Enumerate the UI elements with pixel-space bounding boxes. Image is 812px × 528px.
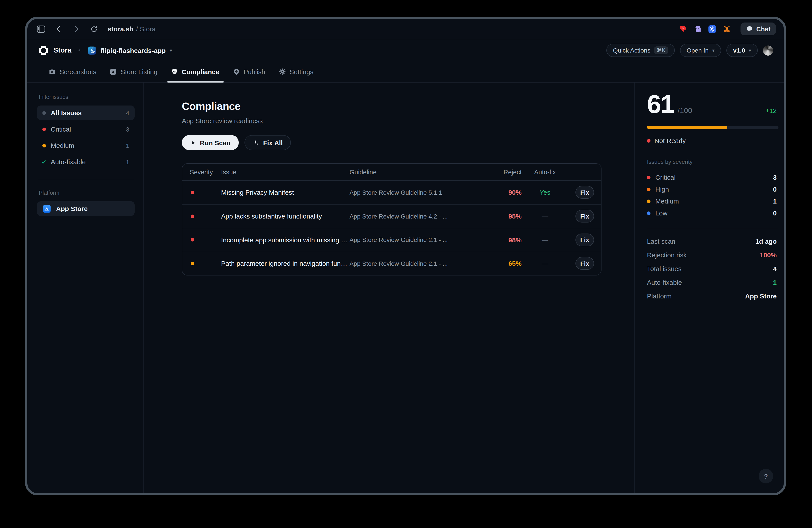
thumbs-down-extension-icon[interactable] (679, 25, 687, 33)
project-selector[interactable]: flipiq-flashcards-app ▾ (87, 46, 172, 55)
fix-button[interactable]: Fix (576, 257, 594, 270)
table-row[interactable]: Path parameter ignored in navigation fun… (182, 252, 601, 275)
autofix-status: Yes (522, 189, 568, 196)
count-badge: 1 (126, 142, 129, 149)
fix-all-button[interactable]: Fix All (245, 135, 291, 150)
quick-actions-button[interactable]: Quick Actions ⌘K (606, 44, 675, 57)
main-panel: Compliance App Store review readiness Ru… (144, 83, 634, 493)
separator-dot (78, 49, 80, 51)
status-dot-icon (647, 139, 651, 142)
legend-row-low: Low 0 (647, 207, 778, 219)
play-icon (190, 140, 196, 145)
count-badge: 1 (126, 158, 129, 165)
issues-by-severity-label: Issues by severity (647, 158, 778, 165)
chrome-extensions: Chat (679, 23, 776, 35)
appstore-square-icon (110, 68, 117, 75)
screenshot-stage: stora.sh / Stora (0, 0, 812, 528)
sidebar-item-all-issues[interactable]: All Issues 4 (37, 105, 135, 120)
score-delta: +12 (766, 107, 778, 114)
sidebar-item-critical[interactable]: Critical 3 (37, 122, 135, 137)
chat-button[interactable]: Chat (740, 23, 776, 35)
stat-auto-fixable: Auto-fixable 1 (647, 275, 778, 289)
page-title: Compliance (182, 100, 601, 113)
score-progress-fill (647, 126, 727, 129)
camera-icon (48, 68, 56, 75)
count-badge: 3 (126, 126, 129, 133)
issue-title: Missing Privacy Manifest (221, 189, 349, 196)
phantom-ghost-extension-icon[interactable] (693, 25, 702, 33)
table-header: Severity Issue Guideline Reject Auto-fix (182, 164, 601, 181)
guideline-ref: App Store Review Guideline 4.2 - ... (349, 213, 482, 220)
score-max: /100 (678, 106, 692, 115)
medium-dot-icon (647, 199, 651, 203)
user-avatar[interactable] (763, 45, 773, 55)
open-in-button[interactable]: Open In ▾ (680, 44, 721, 57)
shortcut-badge: ⌘K (654, 46, 668, 54)
app-icon (87, 46, 97, 55)
sidebar-item-auto-fixable[interactable]: Auto-fixable 1 (37, 155, 135, 169)
page-subtitle: App Store review readiness (182, 117, 601, 125)
guideline-ref: App Store Review Guideline 2.1 - ... (349, 237, 482, 243)
autofix-status: — (522, 213, 568, 220)
run-scan-button[interactable]: Run Scan (182, 135, 239, 150)
score-value: 61 (647, 91, 674, 117)
table-row[interactable]: Incomplete app submission with missing c… (182, 228, 601, 252)
url-page: / Stora (136, 25, 156, 33)
sidebar-item-app-store[interactable]: App Store (37, 201, 135, 216)
score-progress-track (647, 126, 779, 129)
reload-icon[interactable] (88, 23, 100, 35)
version-selector[interactable]: v1.0 ▾ (726, 44, 758, 57)
tab-screenshots[interactable]: Screenshots (48, 61, 97, 82)
fix-button[interactable]: Fix (576, 233, 594, 246)
readiness-status: Not Ready (647, 137, 778, 144)
snowflake-extension-icon[interactable] (708, 25, 717, 33)
severity-legend: Critical 3 High 0 Medium 1 (647, 171, 778, 219)
fix-button[interactable]: Fix (576, 186, 594, 199)
stat-rejection-risk: Rejection risk 100% (647, 248, 778, 262)
open-in-label: Open In (687, 47, 709, 54)
chevron-down-icon: ▾ (749, 48, 751, 53)
tab-bar: Screenshots Store Listing Compliance (27, 61, 784, 83)
header-actions: Quick Actions ⌘K Open In ▾ v1.0 ▾ (606, 44, 773, 57)
sidebar-toggle-icon[interactable] (35, 23, 47, 35)
address-bar[interactable]: stora.sh / Stora (108, 25, 156, 33)
project-name: flipiq-flashcards-app (101, 46, 166, 54)
browser-window: stora.sh / Stora (25, 17, 786, 495)
sparkles-icon (252, 139, 259, 146)
table-row[interactable]: Missing Privacy Manifest App Store Revie… (182, 181, 601, 204)
sidebar-divider (38, 180, 134, 180)
brand-name: Stora (54, 46, 72, 54)
shield-check-icon (171, 68, 178, 75)
severity-dot-icon (191, 262, 194, 265)
severity-dot-icon (191, 191, 194, 194)
quick-actions-label: Quick Actions (613, 47, 651, 54)
back-icon[interactable] (53, 23, 64, 35)
app-header: Stora flipiq-flashcards-app ▾ (27, 39, 784, 61)
filter-issues-label: Filter issues (39, 94, 135, 100)
legend-row-medium: Medium 1 (647, 195, 778, 207)
fix-button[interactable]: Fix (576, 210, 594, 223)
table-row[interactable]: App lacks substantive functionality App … (182, 204, 601, 228)
critical-dot-icon (42, 127, 46, 131)
help-button[interactable]: ? (758, 469, 773, 483)
tab-compliance[interactable]: Compliance (171, 61, 219, 82)
reject-probability: 95% (482, 213, 522, 220)
stora-logo-icon (38, 45, 49, 56)
tab-settings[interactable]: Settings (278, 61, 313, 82)
issue-title: App lacks substantive functionality (221, 213, 349, 220)
app-store-icon (42, 204, 51, 213)
tab-publish[interactable]: Publish (233, 61, 265, 82)
tab-store-listing[interactable]: Store Listing (110, 61, 158, 82)
brand: Stora (38, 45, 72, 56)
sidebar-item-medium[interactable]: Medium 1 (37, 138, 135, 153)
forward-icon[interactable] (71, 23, 82, 35)
guideline-ref: App Store Review Guideline 5.1.1 (349, 189, 482, 196)
content-area: Filter issues All Issues 4 Critical 3 Me… (27, 83, 784, 493)
severity-dot-icon (191, 238, 194, 242)
count-badge: 4 (126, 109, 129, 116)
reject-probability: 65% (482, 260, 522, 267)
metamask-fox-extension-icon[interactable] (722, 25, 731, 33)
issue-title: Path parameter ignored in navigation fun… (221, 260, 349, 267)
compliance-issues-table: Severity Issue Guideline Reject Auto-fix… (182, 163, 601, 275)
filter-sidebar: Filter issues All Issues 4 Critical 3 Me… (27, 83, 144, 493)
